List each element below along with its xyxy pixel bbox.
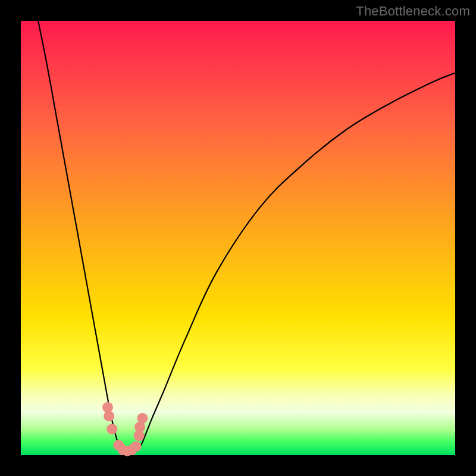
marker-point	[104, 411, 114, 421]
chart-svg	[21, 21, 455, 455]
marker-point	[107, 424, 117, 434]
marker-cluster	[102, 402, 148, 456]
watermark-text: TheBottleneck.com	[356, 4, 470, 19]
marker-point	[137, 413, 148, 424]
plot-frame: TheBottleneck.com	[0, 0, 476, 476]
marker-point	[130, 441, 141, 452]
bottleneck-curve	[38, 21, 455, 454]
plot-area	[21, 21, 455, 455]
